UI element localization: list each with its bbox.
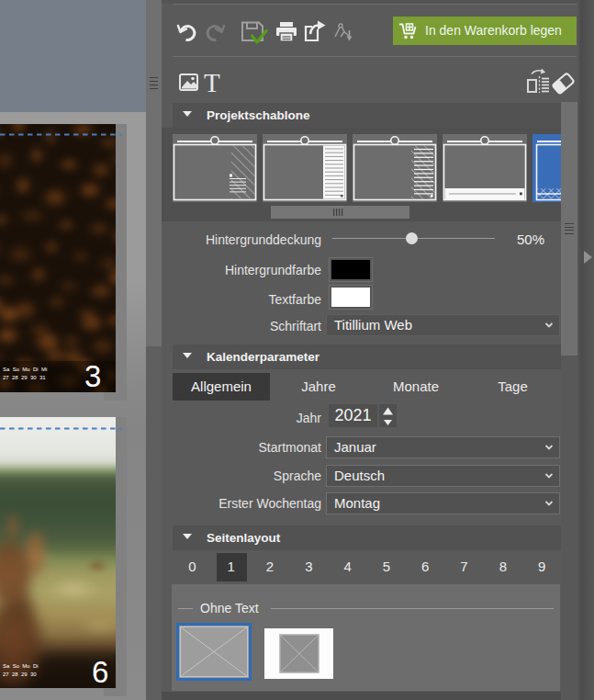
svg-text:T: T [204, 68, 220, 97]
